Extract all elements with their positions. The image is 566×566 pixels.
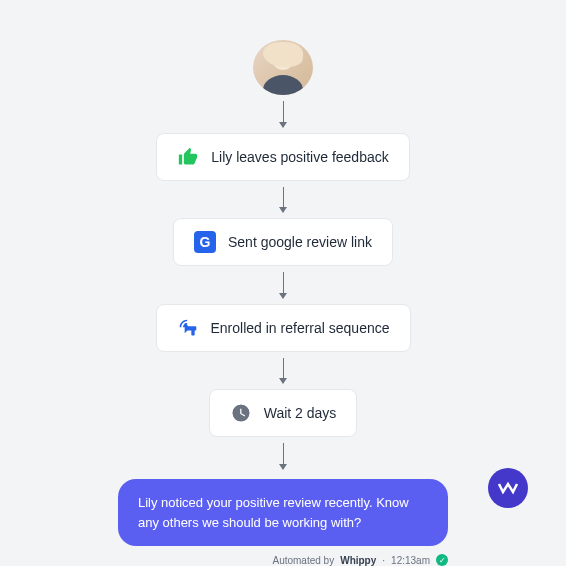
step-label: Lily leaves positive feedback [211, 149, 388, 165]
automation-footer: Automated by Whippy · 12:13am ✓ [118, 554, 448, 566]
step-google-review: G Sent google review link [173, 218, 393, 266]
clock-icon [230, 402, 252, 424]
arrow-icon [283, 101, 284, 127]
check-icon: ✓ [436, 554, 448, 566]
megaphone-icon [177, 317, 199, 339]
message-bubble: Lily noticed your positive review recent… [118, 479, 448, 546]
avatar [253, 40, 313, 95]
footer-time: 12:13am [391, 555, 430, 566]
whippy-logo-icon [488, 468, 528, 508]
message-text: Lily noticed your positive review recent… [138, 495, 409, 530]
arrow-icon [283, 272, 284, 298]
footer-brand: Whippy [340, 555, 376, 566]
arrow-icon [283, 187, 284, 213]
thumbs-up-icon [177, 146, 199, 168]
step-label: Sent google review link [228, 234, 372, 250]
step-label: Enrolled in referral sequence [211, 320, 390, 336]
arrow-icon [283, 358, 284, 384]
google-icon: G [194, 231, 216, 253]
step-referral: Enrolled in referral sequence [156, 304, 411, 352]
step-wait: Wait 2 days [209, 389, 358, 437]
arrow-icon [283, 443, 284, 469]
footer-prefix: Automated by [272, 555, 334, 566]
step-feedback: Lily leaves positive feedback [156, 133, 409, 181]
step-label: Wait 2 days [264, 405, 337, 421]
